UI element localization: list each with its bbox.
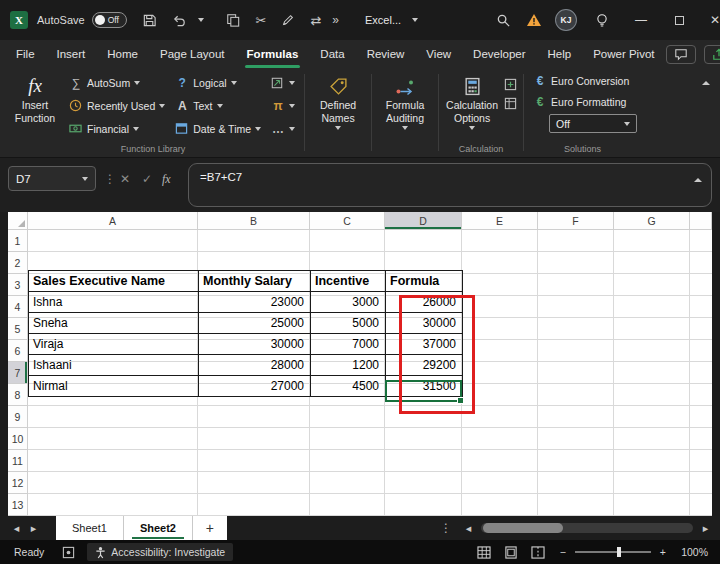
row-header-9[interactable]: 9 bbox=[8, 406, 28, 428]
cell-a7[interactable]: Nirmal bbox=[29, 376, 199, 397]
cancel-entry-icon[interactable]: ✕ bbox=[120, 172, 130, 186]
tab-formulas[interactable]: Formulas bbox=[236, 40, 310, 68]
tab-insert[interactable]: Insert bbox=[46, 40, 97, 68]
row-header-6[interactable]: 6 bbox=[8, 340, 28, 362]
title-dropdown-icon[interactable] bbox=[412, 18, 418, 22]
undo-icon[interactable] bbox=[172, 13, 187, 28]
user-avatar[interactable]: KJ bbox=[555, 9, 577, 31]
row-header-1[interactable]: 1 bbox=[8, 230, 28, 252]
row-header-7[interactable]: 7 bbox=[8, 362, 28, 384]
tab-options-icon[interactable]: ⋮ bbox=[432, 521, 460, 535]
tab-data[interactable]: Data bbox=[309, 40, 355, 68]
add-sheet-button[interactable]: + bbox=[193, 516, 227, 540]
lookup-reference-button[interactable] bbox=[266, 72, 300, 93]
horizontal-scrollbar-thumb[interactable] bbox=[483, 523, 563, 533]
share-button[interactable] bbox=[704, 45, 720, 64]
zoom-in-button[interactable]: + bbox=[660, 546, 666, 558]
recently-used-button[interactable]: Recently Used bbox=[64, 95, 170, 116]
tab-file[interactable]: File bbox=[5, 40, 46, 68]
select-all-corner[interactable] bbox=[8, 212, 28, 230]
calculate-now-button[interactable] bbox=[501, 76, 519, 93]
row-header-4[interactable]: 4 bbox=[8, 296, 28, 318]
calculate-sheet-button[interactable] bbox=[501, 95, 519, 112]
sheet-tab-sheet2[interactable]: Sheet2 bbox=[124, 516, 193, 540]
cell-c2[interactable]: Incentive bbox=[311, 271, 386, 292]
search-icon[interactable] bbox=[496, 13, 511, 28]
more-commands-icon[interactable]: » bbox=[332, 13, 339, 27]
euro-formatting-button[interactable]: € Euro Formatting bbox=[528, 91, 637, 112]
tab-page-layout[interactable]: Page Layout bbox=[149, 40, 236, 68]
name-box-splitter-icon[interactable]: ⋮ bbox=[104, 172, 116, 186]
formula-auditing-button[interactable]: Formula Auditing bbox=[376, 70, 434, 143]
zoom-slider-thumb[interactable] bbox=[617, 547, 621, 557]
zoom-out-button[interactable]: − bbox=[560, 546, 566, 558]
column-header-d[interactable]: D bbox=[385, 212, 462, 230]
row-header-8[interactable]: 8 bbox=[8, 384, 28, 406]
sheet-tab-sheet1[interactable]: Sheet1 bbox=[56, 516, 124, 540]
row-header-2[interactable]: 2 bbox=[8, 252, 28, 274]
tab-power-pivot[interactable]: Power Pivot bbox=[582, 40, 665, 68]
undo-dropdown-icon[interactable] bbox=[198, 18, 204, 22]
cell-b5[interactable]: 30000 bbox=[199, 334, 311, 355]
autosave-toggle[interactable]: Off bbox=[92, 12, 128, 28]
math-trig-button[interactable]: π bbox=[266, 95, 300, 116]
enter-entry-icon[interactable]: ✓ bbox=[142, 172, 152, 186]
column-header-b[interactable]: B bbox=[198, 212, 310, 230]
column-header-partial[interactable] bbox=[690, 212, 712, 230]
calculation-options-button[interactable]: Calculation Options bbox=[443, 70, 501, 143]
row-header-10[interactable]: 10 bbox=[8, 428, 28, 450]
row-header-3[interactable]: 3 bbox=[8, 274, 28, 296]
comments-button[interactable] bbox=[666, 45, 696, 64]
logical-button[interactable]: ? Logical bbox=[170, 72, 266, 93]
date-time-button[interactable]: Date & Time bbox=[170, 118, 266, 139]
tab-developer[interactable]: Developer bbox=[462, 40, 536, 68]
more-functions-button[interactable]: … bbox=[266, 118, 300, 139]
row-header-11[interactable]: 11 bbox=[8, 450, 28, 472]
financial-button[interactable]: Financial bbox=[64, 118, 170, 139]
cell-b4[interactable]: 25000 bbox=[199, 313, 311, 334]
zoom-level[interactable]: 100% bbox=[678, 546, 708, 558]
name-box[interactable]: D7 bbox=[8, 166, 96, 191]
cell-b6[interactable]: 28000 bbox=[199, 355, 311, 376]
lightbulb-icon[interactable] bbox=[595, 13, 609, 28]
insert-function-fx-icon[interactable]: fx bbox=[162, 172, 171, 187]
cell-a2[interactable]: Sales Executive Name bbox=[29, 271, 199, 292]
column-header-c[interactable]: C bbox=[310, 212, 385, 230]
view-page-break-icon[interactable] bbox=[531, 546, 545, 559]
hscroll-left-icon[interactable]: ◂ bbox=[460, 522, 477, 535]
tab-help[interactable]: Help bbox=[537, 40, 583, 68]
copy-icon[interactable] bbox=[226, 13, 240, 27]
pen-icon[interactable] bbox=[281, 13, 295, 27]
cell-a3[interactable]: Ishna bbox=[29, 292, 199, 313]
cell-c3[interactable]: 3000 bbox=[311, 292, 386, 313]
euro-conversion-button[interactable]: € Euro Conversion bbox=[528, 70, 637, 91]
restore-button[interactable] bbox=[675, 16, 684, 25]
tab-view[interactable]: View bbox=[415, 40, 462, 68]
cut-icon[interactable]: ✂ bbox=[255, 13, 266, 28]
warning-icon[interactable] bbox=[526, 13, 542, 27]
expand-formula-bar-icon[interactable] bbox=[694, 178, 702, 182]
row-header-13[interactable]: 13 bbox=[8, 494, 28, 516]
view-normal-icon[interactable] bbox=[477, 546, 491, 559]
cell-b2[interactable]: Monthly Salary bbox=[199, 271, 311, 292]
save-icon[interactable] bbox=[142, 13, 157, 28]
formula-input[interactable]: =B7+C7 bbox=[188, 163, 712, 207]
cell-a4[interactable]: Sneha bbox=[29, 313, 199, 334]
app-title[interactable]: Excel... bbox=[365, 14, 401, 26]
text-button[interactable]: A Text bbox=[170, 95, 266, 116]
cell-a5[interactable]: Viraja bbox=[29, 334, 199, 355]
cell-c7[interactable]: 4500 bbox=[311, 376, 386, 397]
close-button[interactable]: ✕ bbox=[710, 13, 720, 27]
cell-a6[interactable]: Ishaani bbox=[29, 355, 199, 376]
column-header-f[interactable]: F bbox=[538, 212, 614, 230]
tab-review[interactable]: Review bbox=[356, 40, 416, 68]
insert-function-button[interactable]: fx Insert Function bbox=[6, 70, 64, 143]
sheet-nav-left-icon[interactable]: ◂ bbox=[8, 522, 25, 535]
sync-icon[interactable]: ⇄ bbox=[310, 13, 321, 28]
accessibility-status[interactable]: Accessibility: Investigate bbox=[87, 543, 233, 561]
column-header-g[interactable]: G bbox=[614, 212, 690, 230]
hscroll-right-icon[interactable]: ▸ bbox=[697, 522, 714, 535]
row-header-5[interactable]: 5 bbox=[8, 318, 28, 340]
cell-c6[interactable]: 1200 bbox=[311, 355, 386, 376]
collapse-ribbon-icon[interactable] bbox=[702, 81, 710, 85]
